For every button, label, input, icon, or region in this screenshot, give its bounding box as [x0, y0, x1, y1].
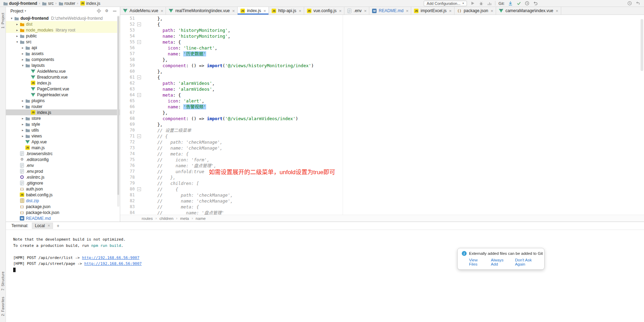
chevron-collapsed-icon[interactable]: ▸: [20, 52, 25, 55]
profiler-icon[interactable]: [487, 1, 492, 6]
project-scrollbar[interactable]: [117, 16, 120, 207]
tree-item-api[interactable]: ▸api: [6, 45, 120, 51]
editor-tab-index-js[interactable]: JSindex.js×: [238, 7, 269, 15]
tree-item-router[interactable]: ▾router: [6, 104, 120, 109]
tab-close-icon[interactable]: ×: [556, 9, 558, 13]
tab-close-icon[interactable]: ×: [364, 9, 367, 13]
code-editor[interactable]: 51 },52 {53 path: 'historyMonitoring',54…: [120, 15, 644, 215]
tree-item-env[interactable]: .env: [6, 162, 120, 168]
tree-item-browserslistrc[interactable]: .browserslistrc: [6, 151, 120, 156]
settings-icon[interactable]: ⚙: [104, 9, 109, 14]
hide-icon[interactable]: [112, 9, 117, 14]
editor-breadcrumb-name[interactable]: name: [196, 216, 206, 221]
chevron-collapsed-icon[interactable]: ▸: [15, 28, 19, 32]
tool-stripe-2-favorites[interactable]: 2: Favorites: [1, 294, 5, 319]
tree-item-views[interactable]: ▸views: [6, 133, 120, 139]
tree-item-index-js[interactable]: JSindex.js: [6, 109, 120, 115]
clock-icon[interactable]: [627, 1, 632, 6]
tree-item-readme-md[interactable]: MREADME.md: [6, 215, 120, 221]
chevron-collapsed-icon[interactable]: ▸: [20, 128, 25, 132]
breadcrumb-item-router[interactable]: router: [58, 1, 76, 6]
tree-item-layouts[interactable]: ▾layouts: [6, 62, 120, 68]
fold-marker-icon[interactable]: [136, 39, 142, 45]
fold-marker-icon[interactable]: [136, 133, 142, 139]
terminal-link[interactable]: http://192.168.66.56:9007: [82, 256, 140, 260]
tool-stripe-1-project[interactable]: 1: Project: [1, 10, 5, 32]
breadcrumb-item-duoji-frontend[interactable]: duoji-frontend: [2, 1, 38, 6]
terminal-output[interactable]: Note that the development build is not o…: [6, 230, 644, 322]
editor-tab-readme-md[interactable]: MREADME.md×: [369, 7, 411, 15]
chevron-collapsed-icon[interactable]: ▸: [20, 117, 25, 120]
tab-close-icon[interactable]: ×: [264, 9, 266, 13]
notification-action-don-t-ask-again[interactable]: Don't Ask Again: [515, 258, 540, 266]
tool-stripe-7-structure[interactable]: 7: Structure: [1, 268, 5, 294]
chevron-collapsed-icon[interactable]: ▸: [15, 23, 19, 26]
editor-scrollbar[interactable]: [641, 19, 643, 71]
tab-close-icon[interactable]: ×: [491, 9, 493, 13]
close-icon[interactable]: ×: [47, 224, 50, 228]
chevron-collapsed-icon[interactable]: ▸: [20, 46, 25, 50]
new-terminal-session-icon[interactable]: +: [56, 223, 59, 229]
tree-item-style[interactable]: ▸style: [6, 121, 120, 127]
fold-marker-icon[interactable]: [136, 92, 142, 98]
debug-icon[interactable]: [478, 1, 484, 6]
chevron-collapsed-icon[interactable]: ▸: [20, 123, 25, 126]
tree-item-assets[interactable]: ▸assets: [6, 51, 120, 56]
tree-item-package-lock-json[interactable]: { }package-lock.json: [6, 209, 120, 215]
tree-item-src[interactable]: ▾src: [6, 39, 120, 45]
tree-item-asidemenu-vue[interactable]: AsideMenu.vue: [6, 68, 120, 74]
notification-action-always-add[interactable]: Always Add: [491, 258, 510, 266]
tab-close-icon[interactable]: ×: [299, 9, 301, 13]
editor-tab-importexcel-js[interactable]: JSimportExcel.js×: [411, 7, 454, 15]
locate-icon[interactable]: [96, 9, 101, 14]
editor-breadcrumb-routes[interactable]: routes: [142, 216, 153, 221]
update-icon[interactable]: [508, 1, 513, 6]
tree-item-eslintrc-js[interactable]: .eslintrc.js: [6, 174, 120, 180]
tree-item-babel-config-js[interactable]: JSbabel.config.js: [6, 192, 120, 198]
tree-item-editorconfig[interactable]: ⚙.editorconfig: [6, 156, 120, 162]
chevron-collapsed-icon[interactable]: ▸: [20, 58, 25, 61]
tab-close-icon[interactable]: ×: [449, 9, 452, 13]
fold-marker-icon[interactable]: [136, 186, 142, 192]
tree-item-dist-zip[interactable]: dist.zip: [6, 198, 120, 204]
breadcrumb-item-index-js[interactable]: JSindex.js: [79, 1, 101, 6]
editor-breadcrumb-meta[interactable]: meta: [180, 216, 189, 221]
tree-item-gitignore[interactable]: .gitignore: [6, 180, 120, 186]
tree-item-env-prod[interactable]: .env.prod: [6, 168, 120, 174]
terminal-link[interactable]: http://192.168.66.56:9007: [84, 261, 142, 266]
chevron-expanded-icon[interactable]: ▾: [9, 17, 14, 20]
breadcrumb-item-src[interactable]: src: [41, 1, 54, 6]
editor-tab-vue-config-js[interactable]: JSvue.config.js×: [304, 7, 344, 15]
tab-close-icon[interactable]: ×: [406, 9, 409, 13]
notification-action-view-files[interactable]: View Files: [469, 258, 485, 266]
chevron-collapsed-icon[interactable]: ▸: [20, 99, 25, 102]
tree-item-auth-json[interactable]: { }auth.json: [6, 186, 120, 192]
chevron-collapsed-icon[interactable]: ▸: [15, 34, 19, 38]
tree-item-pagecontent-vue[interactable]: PageContent.vue: [6, 86, 120, 92]
editor-tab-cameramanage-index-vue[interactable]: cameraManage\index.vue×: [496, 7, 561, 15]
chevron-expanded-icon[interactable]: ▾: [15, 40, 19, 44]
project-view-dropdown[interactable]: Project ▾: [10, 9, 26, 14]
tree-item-duoji-frontend[interactable]: ▾duoji-frontendD:\zheheWeb\duoji-fronten…: [6, 15, 120, 21]
chevron-collapsed-icon[interactable]: ▸: [20, 134, 25, 138]
rollback-icon[interactable]: [533, 1, 538, 6]
fold-marker-icon[interactable]: [136, 74, 142, 80]
tree-item-components[interactable]: ▸components: [6, 56, 120, 62]
tree-item-breadcrumb-vue[interactable]: Breadcrumb.vue: [6, 74, 120, 80]
history-icon[interactable]: [524, 1, 530, 6]
tree-item-dist[interactable]: ▸dist: [6, 21, 120, 27]
tab-close-icon[interactable]: ×: [339, 9, 342, 13]
tab-close-icon[interactable]: ×: [161, 9, 164, 13]
tree-item-public[interactable]: ▸public: [6, 33, 120, 39]
tree-item-plugins[interactable]: ▸plugins: [6, 98, 120, 104]
terminal-tab-local[interactable]: Local ×: [32, 223, 53, 229]
back-icon[interactable]: [635, 1, 641, 6]
add-configuration-button[interactable]: Add Configuration... ▾: [424, 1, 467, 6]
tree-item-utils[interactable]: ▸utils: [6, 127, 120, 133]
tree-item-main-js[interactable]: JSmain.js: [6, 145, 120, 151]
tree-item-package-json[interactable]: { }package.json: [6, 204, 120, 209]
editor-tab-http-api-js[interactable]: JShttp-api.js×: [269, 7, 304, 15]
chevron-expanded-icon[interactable]: ▾: [20, 64, 25, 67]
tree-item-app-vue[interactable]: App.vue: [6, 139, 120, 145]
play-icon[interactable]: [470, 1, 475, 6]
